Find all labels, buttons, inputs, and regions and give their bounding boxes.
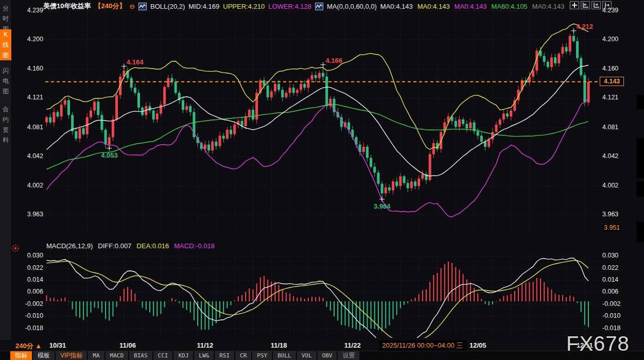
toolbar-button-VOL[interactable]: VOL [297,351,317,360]
toolbar-button-VIP指标[interactable]: VIP指标 [56,351,87,360]
ma-value: MA0:4.143 [532,3,565,10]
macd-tick-label: 0.030 [14,252,43,259]
macd-tick-label: 0.014 [14,276,43,283]
ma-params-label: MA(0,0,0,60,0,0) [327,3,377,10]
ma-value: MA0:4.143 [417,3,450,10]
toolbar-button-模板[interactable]: 模板 [33,351,55,360]
price-tick-label: 4.042 [602,152,618,160]
toolbar-button-OBV[interactable]: OBV [318,351,337,360]
macd-params-label: MACD(26,12,9) [46,242,93,250]
boll-label: BOLL(20,2) [150,3,185,10]
highlighted-datetime-label: 2025/11/26 00:00~04:00 三 [379,340,466,351]
price-tick-label: 4.002 [602,182,618,189]
macd-diff-value: DIFF:0.007 [98,242,131,250]
toolbar-button-BOLL[interactable]: BOLL [273,351,296,360]
ma-values: MA0:4.143MA0:4.143MA0:4.143MA60:4.105MA0… [380,3,579,10]
toolbar-button-KDJ[interactable]: KDJ [173,351,193,360]
toolbar-button-设置[interactable]: 设置 [338,351,359,360]
scale-right-icon[interactable] [591,1,601,9]
price-tick-label: 4.121 [602,94,618,101]
scale-left-icon[interactable] [581,1,590,9]
macd-tick-label: -0.002 [14,300,43,307]
toolbar-button-LW&[interactable]: LW& [194,351,214,360]
macd-tick-label: -0.010 [602,312,620,319]
boll-lower-value: LOWER:4.128 [268,3,311,10]
chart-app-window: 分时图K线图闪电图合约资料 美债10年收益率 【240分】 ⊖ BOLL(20,… [0,0,644,360]
macd-tick-label: -0.002 [602,300,620,307]
boll-upper-value: UPPER:4.210 [223,3,265,10]
price-tick-label: 4.121 [14,94,43,101]
price-tick-label: 4.081 [602,124,618,131]
period-label: 【240分】 [94,2,126,11]
price-tick-label: 4.042 [14,152,43,160]
ma-chart-icon[interactable] [315,3,323,10]
price-tick-label: 3.963 [14,211,43,218]
date-label: 11/18 [271,341,287,349]
minus-circle-icon[interactable]: ⊖ [129,3,135,10]
macd-tick-label: 0.006 [602,288,618,295]
range-low-tag: 3.951 [602,224,621,231]
macd-tick-label: 0.030 [602,252,618,259]
price-extreme-label: 4.212 [576,23,593,30]
toolbar-button-RSI[interactable]: RSI [215,351,234,360]
price-tick-label: 4.239 [602,7,618,14]
ma-value: MA0:4.143 [455,3,487,10]
screen-artifact [636,138,644,178]
price-pane-legend: 美债10年收益率 【240分】 ⊖ BOLL(20,2) MID:4.169 U… [43,2,579,11]
toolbar-button-指标[interactable]: 指标 [10,351,32,360]
date-label: 10/31 [49,341,66,349]
macd-pane-legend: MACD(26,12,9) DIFF:0.007 DEA:0.016 MACD:… [46,242,215,250]
price-tick-label: 4.002 [14,182,43,189]
toolbar-button-MA[interactable]: MA [88,351,104,360]
macd-tick-label: -0.010 [14,312,43,319]
price-extreme-label: 3.984 [374,202,391,210]
toolbar-button-PSY[interactable]: PSY [252,351,272,360]
price-tick-label: 4.239 [14,7,43,14]
period-quick-tag[interactable]: 240分 ▲ [15,341,42,351]
macd-tick-label: 0.014 [602,276,618,283]
boll-chart-icon[interactable] [138,3,147,10]
macd-value: MACD:-0.018 [174,242,215,250]
toolbar-button-CR[interactable]: CR [235,351,251,360]
macd-tick-label: -0.018 [14,324,43,332]
macd-tick-label: -0.018 [602,324,620,332]
price-tick-label: 4.160 [14,65,43,72]
ma-value: MA60:4.105 [491,3,527,10]
screen-artifact [636,95,644,109]
screen-artifact [636,181,644,197]
sidebar-tab-2[interactable]: 闪电图 [0,65,11,96]
toolbar-button-CCI[interactable]: CCI [153,351,173,360]
red-burst-icon[interactable] [11,244,20,252]
chart-type-sidebar: 分时图K线图闪电图合约资料 [0,0,12,340]
price-tick-label: 4.200 [14,36,43,43]
ma-value: MA0:4.143 [380,3,413,10]
macd-dea-value: DEA:0.016 [136,242,169,250]
sidebar-tab-1[interactable]: K线图 [0,29,11,60]
indicator-toolbar: 指标模板VIP指标MAMACDBIASCCIKDJLW&RSICRPSYBOLL… [0,351,644,360]
sidebar-tab-3[interactable]: 合约资料 [0,104,11,145]
toolbar-button-MACD[interactable]: MACD [106,351,129,360]
price-extreme-label: 4.166 [326,57,343,64]
boll-mid-value: MID:4.169 [188,3,219,10]
price-extreme-label: 4.053 [101,151,118,159]
price-tick-label: 4.200 [602,36,618,43]
price-extreme-label: 4.164 [127,58,144,66]
date-label: 11/06 [119,341,136,349]
screen-artifact [636,221,644,242]
pan-tool-icon[interactable] [570,1,579,9]
macd-tick-label: 0.022 [602,264,618,271]
fx678-watermark: FX678 [566,332,630,355]
date-label: 11/12 [197,341,213,349]
symbol-title: 美债10年收益率 [43,2,91,11]
date-label: 11/22 [344,341,361,349]
candlestick-chart-canvas[interactable] [0,0,644,360]
last-price-tag: 4.143 [600,77,624,86]
price-tick-label: 4.081 [14,124,43,131]
time-axis-strip: 10/3111/0611/1211/1811/2212/0512/112025/… [0,340,644,351]
price-tick-label: 4.160 [602,65,618,72]
macd-tick-label: 0.022 [14,264,43,271]
macd-tick-label: 0.006 [14,288,43,295]
date-label: 12/05 [469,341,486,349]
toolbar-button-BIAS[interactable]: BIAS [129,351,152,360]
price-tick-label: 3.963 [602,211,618,218]
